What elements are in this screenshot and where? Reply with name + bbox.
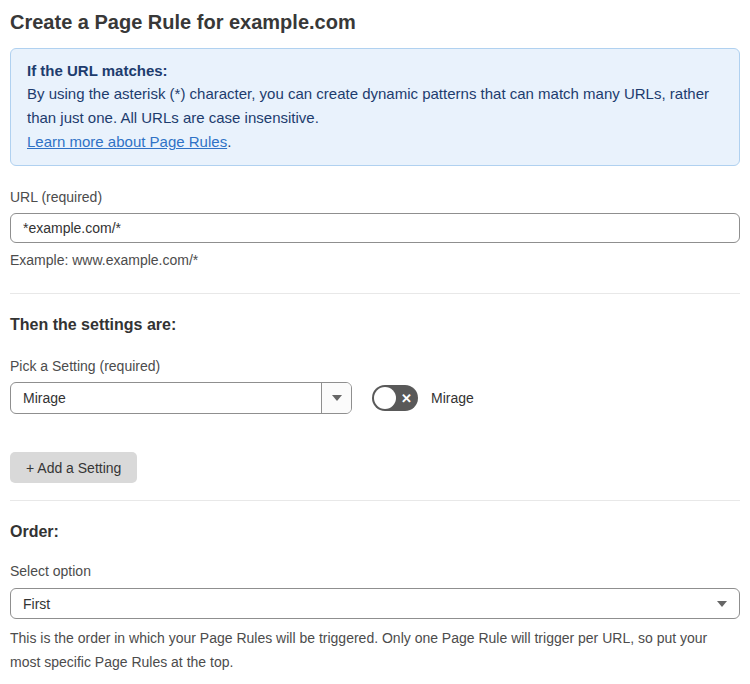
chevron-down-icon (332, 395, 342, 401)
order-select[interactable]: First (10, 588, 740, 619)
add-setting-button[interactable]: + Add a Setting (10, 452, 137, 483)
order-select-value: First (23, 596, 717, 612)
link-suffix: . (227, 133, 231, 150)
info-link-row: Learn more about Page Rules. (27, 130, 723, 153)
learn-more-link[interactable]: Learn more about Page Rules (27, 133, 227, 150)
select-option-label: Select option (10, 563, 740, 579)
divider (10, 500, 740, 501)
url-label: URL (required) (10, 189, 740, 205)
divider (10, 293, 740, 294)
url-helper-text: Example: www.example.com/* (10, 249, 740, 272)
pick-setting-label: Pick a Setting (required) (10, 358, 740, 374)
toggle-knob (374, 387, 396, 409)
page-rule-form: Create a Page Rule for example.com If th… (0, 9, 750, 684)
info-box-body: By using the asterisk (*) character, you… (27, 82, 723, 130)
select-arrow-button[interactable] (321, 383, 351, 413)
info-box-heading: If the URL matches: (27, 60, 723, 82)
order-section-heading: Order: (10, 521, 740, 542)
setting-select[interactable]: Mirage (10, 382, 352, 414)
x-icon: ✕ (401, 392, 412, 405)
order-helper-text: This is the order in which your Page Rul… (10, 626, 720, 674)
url-input[interactable] (10, 213, 740, 243)
page-title: Create a Page Rule for example.com (10, 9, 740, 35)
settings-section-heading: Then the settings are: (10, 314, 740, 335)
url-match-info-box: If the URL matches: By using the asteris… (10, 48, 740, 166)
mirage-toggle[interactable]: ✕ (372, 385, 418, 411)
setting-select-value: Mirage (11, 390, 321, 406)
toggle-label: Mirage (431, 390, 474, 406)
setting-row: Mirage ✕ Mirage (10, 382, 740, 414)
chevron-down-icon (717, 601, 727, 607)
